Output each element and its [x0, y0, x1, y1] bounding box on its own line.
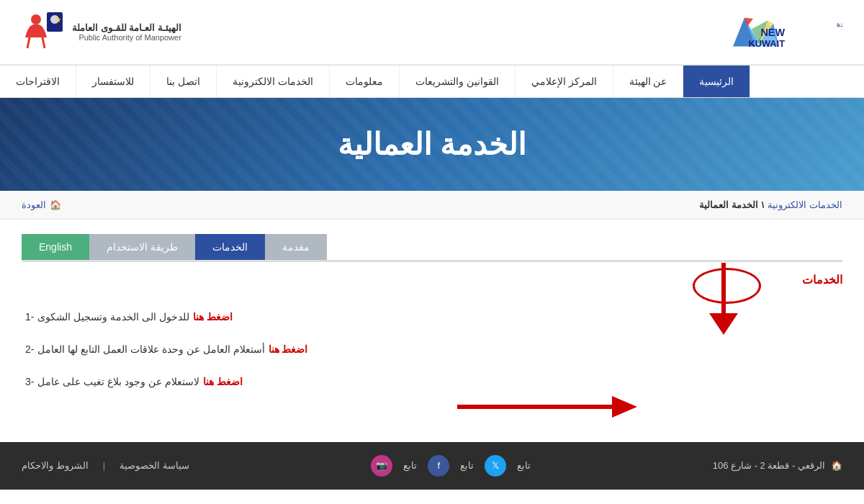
svg-text:KUWAIT: KUWAIT	[749, 38, 786, 49]
facebook-icon[interactable]: f	[428, 455, 449, 477]
services-section-title: الخدمات	[22, 273, 842, 287]
pam-logo	[22, 9, 65, 55]
nav-item-about[interactable]: عن الهيئة	[613, 66, 684, 97]
back-link[interactable]: العودة	[22, 199, 46, 210]
nav-item-media[interactable]: المركز الإعلامي	[516, 66, 613, 97]
nav-link-home[interactable]: الرئيسية	[683, 66, 750, 97]
service-text-3: لاستعلام عن وجود بلاغ تغيب على عامل	[37, 373, 199, 391]
service-number-2: -2	[25, 341, 34, 359]
header: NEW KUWAIT كويت جديدة الهيئـة العـامة لل…	[0, 0, 864, 65]
nav-item-contact[interactable]: اتصل بنا	[150, 66, 217, 97]
main-content: English طريقة الاستخدام الخدمات مقدمة ال…	[0, 220, 864, 413]
nav-link-suggestions[interactable]: الاقتراحات	[0, 66, 76, 97]
tab-usage[interactable]: طريقة الاستخدام	[89, 234, 195, 260]
service-text-2: أستعلام العامل عن وحدة علاقات العمل التا…	[37, 341, 264, 359]
tab-underline	[22, 260, 842, 262]
twitter-icon[interactable]: 𝕏	[485, 455, 506, 477]
hero-title: الخدمة العمالية	[22, 127, 842, 162]
org-name-arabic: الهيئـة العـامة للقـوى العاملة	[72, 22, 181, 33]
service-link-1[interactable]: اضغط هنا	[193, 308, 233, 326]
nav-link-laws[interactable]: القوانين والتشريعات	[400, 66, 516, 97]
footer-address-text: الرقعي - قطعة 2 - شارع 106	[713, 460, 825, 471]
nav-item-info[interactable]: معلومات	[330, 66, 400, 97]
tabs-container: English طريقة الاستخدام الخدمات مقدمة	[22, 234, 842, 260]
tab-intro[interactable]: مقدمة	[265, 234, 327, 260]
footer-links: سياسة الخصوصية | الشروط والاحكام	[22, 460, 189, 471]
footer: 🏠 الرقعي - قطعة 2 - شارع 106 تابع 𝕏 تابع…	[0, 442, 864, 490]
org-name-english: Public Authority of Manpower	[72, 33, 181, 42]
nav-link-inquiry[interactable]: للاستفسار	[76, 66, 150, 97]
breadcrumb-current: الخدمة العمالية	[699, 199, 758, 210]
hero-banner: الخدمة العمالية	[0, 98, 864, 191]
breadcrumb-back[interactable]: 🏠 العودة	[22, 199, 61, 210]
breadcrumb-eservices[interactable]: الخدمات الالكترونية	[768, 199, 842, 210]
footer-social: تابع 𝕏 تابع f تابع 📷	[371, 455, 531, 477]
service-item-2: اضغط هنا أستعلام العامل عن وحدة علاقات ا…	[22, 333, 842, 366]
footer-address: 🏠 الرقعي - قطعة 2 - شارع 106	[713, 460, 842, 471]
services-list: اضغط هنا للدخول الى الخدمة وتسجيل الشكوى…	[22, 301, 842, 399]
facebook-follow-label: تابع	[460, 460, 474, 471]
logo-right: الهيئـة العـامة للقـوى العاملة Public Au…	[22, 9, 181, 55]
nav-link-eservices[interactable]: الخدمات الالكترونية	[217, 66, 330, 97]
navigation: الرئيسية عن الهيئة المركز الإعلامي القوا…	[0, 65, 864, 98]
page-wrapper: NEW KUWAIT كويت جديدة الهيئـة العـامة لل…	[0, 0, 864, 490]
nav-item-laws[interactable]: القوانين والتشريعات	[400, 66, 516, 97]
svg-text:كويت جديدة: كويت جديدة	[837, 20, 842, 29]
logo-left: NEW KUWAIT كويت جديدة	[727, 9, 842, 55]
service-number-3: -3	[25, 373, 34, 391]
breadcrumb: الخدمات الالكترونية \ الخدمة العمالية 🏠 …	[0, 191, 864, 220]
footer-home-icon: 🏠	[831, 460, 842, 471]
service-number-1: -1	[25, 308, 34, 326]
service-text-1: للدخول الى الخدمة وتسجيل الشكوى	[37, 308, 189, 326]
svg-text:NEW: NEW	[760, 27, 785, 38]
nav-item-inquiry[interactable]: للاستفسار	[76, 66, 150, 97]
instagram-follow-label: تابع	[403, 460, 417, 471]
service-item-1: اضغط هنا للدخول الى الخدمة وتسجيل الشكوى…	[22, 301, 842, 333]
nav-item-suggestions[interactable]: الاقتراحات	[0, 66, 76, 97]
service-link-2[interactable]: اضغط هنا	[269, 341, 308, 359]
breadcrumb-path: الخدمات الالكترونية \ الخدمة العمالية	[699, 199, 842, 210]
newkuwait-logo: NEW KUWAIT كويت جديدة	[727, 9, 842, 55]
instagram-icon[interactable]: 📷	[371, 455, 392, 477]
footer-privacy-link[interactable]: سياسة الخصوصية	[120, 460, 189, 471]
nav-item-eservices[interactable]: الخدمات الالكترونية	[217, 66, 330, 97]
svg-point-10	[31, 14, 41, 24]
service-item-3: اضغط هنا لاستعلام عن وجود بلاغ تغيب على …	[22, 366, 842, 398]
breadcrumb-separator: \	[762, 199, 765, 210]
tab-english[interactable]: English	[22, 234, 89, 260]
nav-item-home[interactable]: الرئيسية	[683, 66, 750, 97]
org-name: الهيئـة العـامة للقـوى العاملة Public Au…	[72, 22, 181, 42]
nav-link-info[interactable]: معلومات	[330, 66, 400, 97]
tab-services[interactable]: الخدمات	[195, 234, 265, 260]
footer-terms-link[interactable]: الشروط والاحكام	[22, 460, 89, 471]
nav-link-contact[interactable]: اتصل بنا	[150, 66, 217, 97]
nav-link-about[interactable]: عن الهيئة	[613, 66, 684, 97]
nav-link-media[interactable]: المركز الإعلامي	[516, 66, 613, 97]
footer-separator: |	[103, 460, 105, 471]
twitter-follow-label: تابع	[517, 460, 531, 471]
home-icon: 🏠	[50, 199, 61, 210]
nav-list: الرئيسية عن الهيئة المركز الإعلامي القوا…	[0, 66, 864, 97]
service-link-3[interactable]: اضغط هنا	[203, 373, 243, 391]
